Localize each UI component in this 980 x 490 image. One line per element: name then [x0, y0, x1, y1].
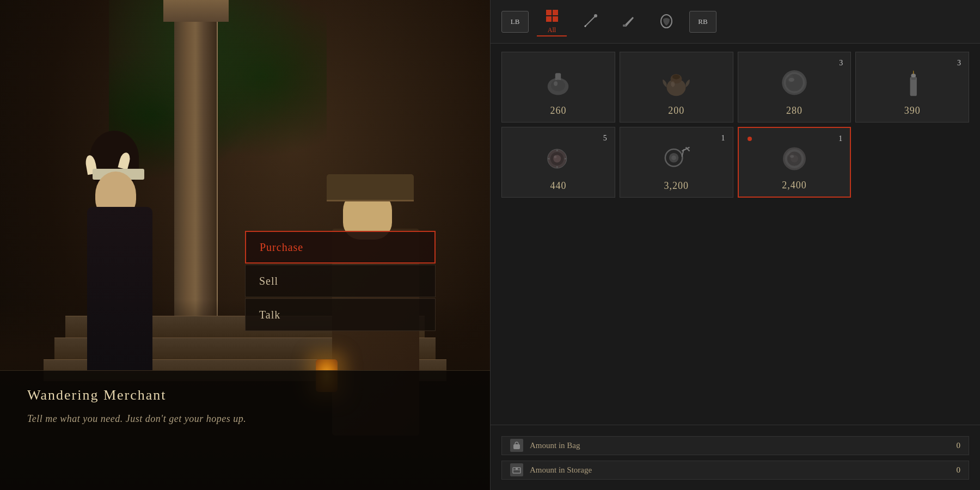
item-price-7: 2,400	[782, 180, 807, 191]
item-icon-7: 1	[744, 133, 845, 180]
item-price-2: 200	[668, 105, 684, 117]
item-count-3: 3	[839, 59, 843, 68]
dialog-text: Tell me what you need. Just don't get yo…	[27, 412, 463, 426]
svg-point-7	[551, 79, 565, 91]
svg-point-17	[788, 78, 794, 82]
item-cell-1[interactable]: 260	[501, 52, 615, 122]
merchant-name: Wandering Merchant	[27, 387, 463, 403]
svg-point-16	[786, 74, 803, 91]
svg-point-27	[671, 155, 676, 160]
svg-point-12	[671, 81, 675, 87]
item-price-4: 390	[904, 105, 921, 117]
item-cell-7[interactable]: 1 2,400	[738, 127, 852, 198]
tab-shield[interactable]	[651, 7, 681, 36]
svg-line-0	[585, 16, 596, 27]
item-new-dot-7	[748, 137, 752, 141]
merchant-hat	[327, 174, 414, 201]
bag-value: 0	[957, 441, 961, 450]
item-price-5: 440	[550, 180, 566, 192]
bag-label: Amount in Bag	[530, 441, 950, 450]
tab-blade[interactable]	[613, 7, 643, 36]
item-icon-2	[626, 58, 727, 105]
item-price-1: 260	[550, 105, 566, 117]
item-cell-2[interactable]: 200	[620, 52, 733, 122]
blade-icon	[620, 13, 636, 29]
item-icon-1	[507, 58, 609, 105]
item-cell-6[interactable]: 1 3,200	[620, 127, 733, 198]
needle-icon	[582, 13, 598, 29]
storage-label: Amount in Storage	[530, 465, 950, 475]
svg-point-24	[554, 155, 557, 158]
shield-icon	[658, 13, 675, 29]
info-area: Amount in Bag 0 Amount in Storage 0	[491, 425, 980, 490]
item-icon-4: 3	[861, 58, 963, 105]
menu-item-purchase[interactable]: Purchase	[245, 231, 436, 264]
item-count-6: 1	[721, 134, 725, 143]
bag-icon	[510, 439, 523, 452]
left-panel: Purchase Sell Talk Wandering Merchant Te…	[0, 0, 490, 490]
item-price-6: 3,200	[664, 180, 689, 192]
items-area: 260 200 3	[491, 44, 980, 425]
item-icon-6: 1	[626, 133, 727, 180]
svg-line-2	[585, 26, 586, 27]
storage-info-row: Amount in Storage 0	[501, 461, 969, 480]
item-cell-3[interactable]: 3 280	[738, 52, 852, 122]
svg-point-36	[790, 155, 794, 157]
item-price-3: 280	[786, 105, 803, 117]
item-cell-4[interactable]: 3 390	[855, 52, 969, 122]
tab-all-icon	[544, 8, 560, 24]
item-icon-5: 5	[507, 133, 609, 180]
char-body	[87, 207, 152, 370]
grid-icon	[546, 10, 558, 22]
svg-rect-3	[623, 24, 626, 27]
tab-all-label: All	[548, 26, 556, 34]
menu-item-talk[interactable]: Talk	[245, 298, 436, 331]
menu-options: Purchase Sell Talk	[245, 231, 436, 332]
right-panel: LB All	[490, 0, 980, 490]
items-grid: 260 200 3	[501, 52, 969, 198]
svg-rect-40	[516, 468, 518, 470]
item-cell-5[interactable]: 5 440	[501, 127, 615, 198]
dialog-box: Wandering Merchant Tell me what you need…	[0, 370, 490, 490]
shop-nav: LB All	[491, 0, 980, 44]
svg-point-1	[594, 14, 597, 17]
tab-all[interactable]: All	[537, 7, 567, 36]
rb-button[interactable]: RB	[689, 11, 716, 33]
item-count-7: 1	[838, 134, 842, 143]
svg-point-8	[554, 81, 558, 86]
tab-needle[interactable]	[575, 7, 605, 36]
player-character	[65, 142, 185, 370]
svg-point-11	[672, 74, 680, 79]
svg-rect-37	[513, 444, 520, 449]
menu-item-sell[interactable]: Sell	[245, 265, 436, 297]
item-icon-3: 3	[744, 58, 846, 105]
bag-info-row: Amount in Bag 0	[501, 436, 969, 455]
item-count-5: 5	[603, 134, 607, 143]
storage-icon	[510, 463, 523, 476]
lb-button[interactable]: LB	[501, 11, 529, 33]
storage-value: 0	[957, 465, 961, 475]
item-count-4: 3	[957, 59, 961, 68]
